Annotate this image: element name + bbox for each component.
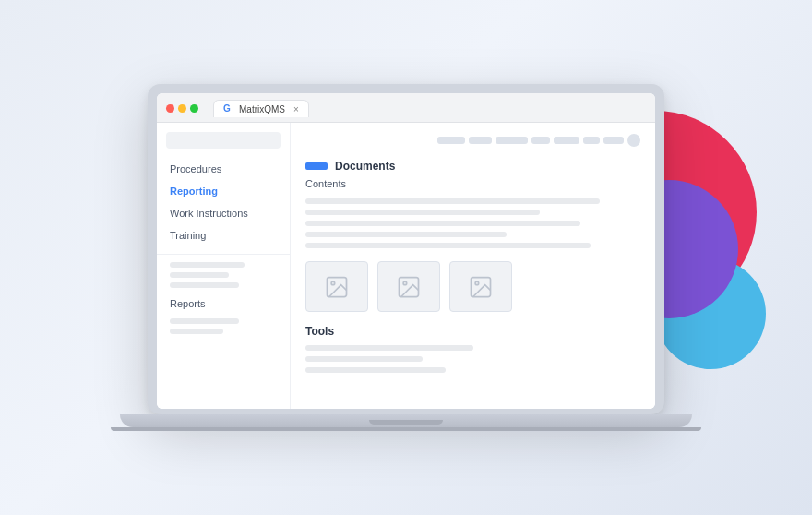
tb-ph-4 — [531, 137, 550, 144]
content-placeholder-lines — [305, 198, 640, 248]
tb-ph-3 — [496, 137, 528, 144]
cp-line-4 — [305, 232, 507, 237]
documents-badge — [305, 162, 328, 170]
sidebar-item-procedures[interactable]: Procedures — [157, 158, 290, 180]
sidebar-placeholder-lines — [170, 262, 277, 288]
app-content: Procedures Reporting Work Instructions T… — [157, 123, 655, 409]
browser-dots — [166, 104, 198, 113]
laptop-base-bottom — [111, 427, 701, 431]
dot-red[interactable] — [166, 104, 174, 113]
svg-point-5 — [475, 281, 479, 285]
svg-point-3 — [403, 281, 407, 285]
ph-line-2 — [170, 272, 229, 278]
documents-title: Documents — [335, 160, 395, 173]
svg-point-1 — [331, 281, 335, 285]
browser-tab[interactable]: G MatrixQMS × — [213, 100, 309, 117]
tp-line-3 — [305, 367, 446, 373]
cp-line-5 — [305, 243, 591, 248]
laptop-mockup: G MatrixQMS × Procedures Reporting Work … — [111, 84, 701, 431]
sidebar-item-training[interactable]: Training — [157, 224, 290, 246]
sidebar-item-work-instructions[interactable]: Work Instructions — [157, 202, 290, 224]
cp-line-1 — [305, 198, 600, 204]
image-placeholder-3 — [449, 261, 512, 312]
cp-line-3 — [305, 221, 580, 226]
tb-ph-6 — [583, 137, 600, 144]
tab-close-button[interactable]: × — [293, 104, 299, 114]
image-placeholder-2 — [377, 261, 440, 312]
laptop-screen-inner: G MatrixQMS × Procedures Reporting Work … — [157, 93, 655, 409]
sidebar: Procedures Reporting Work Instructions T… — [157, 123, 291, 409]
sidebar-placeholder-lines-2 — [170, 318, 277, 334]
dot-yellow[interactable] — [178, 104, 186, 113]
topbar-placeholders — [305, 134, 640, 147]
google-icon: G — [223, 103, 234, 114]
tb-ph-7 — [603, 137, 624, 144]
tools-placeholder-lines — [305, 345, 640, 373]
main-content: Documents Contents — [291, 123, 655, 409]
sidebar-divider — [157, 254, 290, 255]
sidebar-search[interactable] — [166, 132, 281, 149]
tb-ph-2 — [469, 137, 492, 144]
dot-green[interactable] — [190, 104, 198, 113]
sidebar-item-reporting[interactable]: Reporting — [157, 180, 290, 202]
tp-line-2 — [305, 356, 423, 362]
laptop-base — [120, 414, 692, 427]
laptop-screen-outer: G MatrixQMS × Procedures Reporting Work … — [148, 84, 664, 414]
tb-ph-5 — [554, 137, 579, 144]
tools-title: Tools — [305, 325, 640, 338]
ph-line-4 — [170, 318, 239, 324]
tb-ph-1 — [437, 137, 465, 144]
documents-section-header: Documents — [305, 160, 640, 173]
ph-line-5 — [170, 329, 223, 334]
image-placeholders — [305, 261, 640, 312]
contents-subtitle: Contents — [305, 178, 640, 189]
cp-line-2 — [305, 210, 540, 215]
browser-chrome: G MatrixQMS × — [157, 93, 655, 123]
tb-ph-circle — [627, 134, 640, 147]
tab-title: MatrixQMS — [239, 104, 285, 114]
tools-section: Tools — [305, 325, 640, 373]
tp-line-1 — [305, 345, 473, 351]
ph-line-1 — [170, 262, 245, 268]
sidebar-section-reports: Reports — [157, 293, 290, 315]
image-placeholder-1 — [305, 261, 368, 312]
ph-line-3 — [170, 282, 239, 288]
